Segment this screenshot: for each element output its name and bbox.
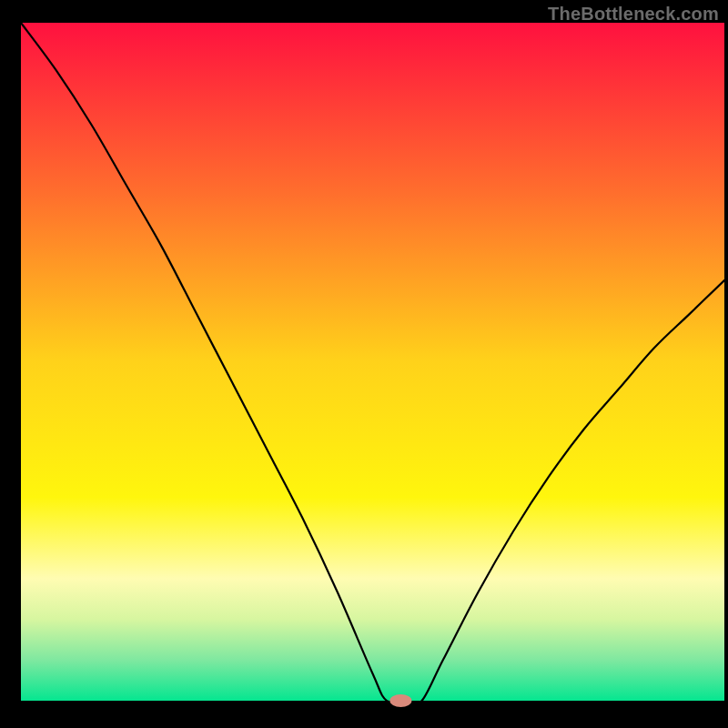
chart-stage: TheBottleneck.com xyxy=(0,0,728,728)
optimal-point-marker xyxy=(389,694,411,707)
plot-background xyxy=(21,23,724,701)
bottleneck-chart xyxy=(0,0,728,728)
watermark-text: TheBottleneck.com xyxy=(548,4,719,25)
